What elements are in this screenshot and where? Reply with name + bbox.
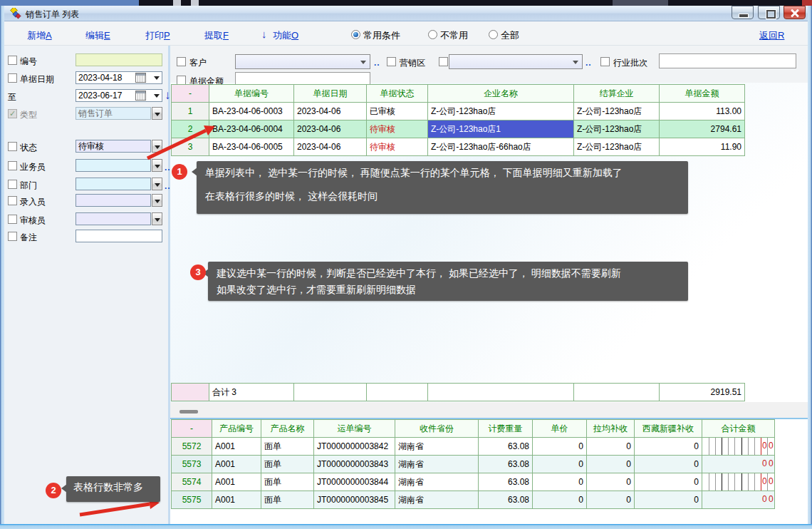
cell-product-name[interactable]: 面单 — [261, 438, 314, 456]
column-header[interactable]: 单价 — [533, 420, 587, 438]
cell-date[interactable]: 2023-04-06 — [294, 120, 367, 138]
checkbox-marketing-area-2[interactable] — [439, 57, 448, 66]
cell-code[interactable]: BA-23-04-06-0003 — [209, 103, 294, 120]
cell-settle[interactable]: Z-公司-123hao店 — [574, 103, 660, 120]
cell-product-name[interactable]: 面单 — [261, 473, 314, 491]
column-header[interactable]: 西藏新疆补收 — [635, 420, 702, 438]
cell-company[interactable]: Z-公司-123hao店-66hao店 — [428, 138, 574, 156]
column-header[interactable]: 拉均补收 — [587, 420, 635, 438]
department-dropdown[interactable] — [152, 178, 162, 190]
column-header[interactable]: 单据编号 — [209, 85, 294, 103]
cell-waybill[interactable]: JT0000000003845 — [314, 491, 395, 509]
cell-total-ledger[interactable]: 00 — [702, 491, 775, 509]
cell-status[interactable]: 待审核 — [367, 120, 428, 138]
column-header[interactable]: 产品名称 — [261, 420, 314, 438]
cell-company-selected[interactable]: Z-公司-123hao店1 — [428, 120, 574, 138]
date-jump-arrow-icon[interactable]: ↓ — [165, 88, 171, 103]
row-number[interactable]: 5574 — [172, 473, 212, 491]
cell-product-name[interactable]: 面单 — [261, 456, 314, 473]
cell-surcharge2[interactable]: 0 — [635, 456, 702, 473]
cell-province[interactable]: 湖南省 — [395, 473, 479, 491]
row-number[interactable]: 3 — [172, 138, 209, 156]
cell-amount[interactable]: 113.00 — [660, 103, 745, 120]
cell-status[interactable]: 待审核 — [367, 138, 428, 156]
cell-surcharge2[interactable]: 0 — [635, 438, 702, 456]
checkbox-remark[interactable] — [8, 232, 17, 241]
checkbox-date[interactable] — [8, 73, 17, 83]
checkbox-code[interactable] — [8, 56, 17, 65]
cell-surcharge1[interactable]: 0 — [587, 473, 635, 491]
cell-waybill[interactable]: JT0000000003842 — [314, 438, 395, 456]
column-header[interactable]: 产品编号 — [212, 420, 261, 438]
cell-province[interactable]: 湖南省 — [395, 491, 479, 509]
minimize-button[interactable] — [732, 6, 754, 19]
cell-product-code[interactable]: A001 — [212, 456, 261, 473]
marketing-area-combo[interactable] — [449, 54, 583, 69]
cell-product-name[interactable]: 面单 — [261, 491, 314, 509]
cell-settle[interactable]: Z-公司-123hao店 — [574, 120, 660, 138]
edit-button[interactable]: 编辑E — [85, 29, 110, 42]
cell-product-code[interactable]: A001 — [212, 438, 261, 456]
checkbox-auditor[interactable] — [8, 215, 17, 224]
cell-code[interactable]: BA-23-04-06-0004 — [209, 120, 294, 138]
department-picker-dots[interactable]: .. — [165, 181, 171, 191]
column-header[interactable]: 收件省份 — [395, 420, 479, 438]
radio-uncommon[interactable] — [428, 30, 437, 39]
cell-price[interactable]: 0 — [533, 491, 587, 509]
print-button[interactable]: 打印P — [145, 29, 170, 42]
radio-all[interactable] — [489, 30, 498, 39]
date-from-dropdown[interactable] — [151, 71, 162, 84]
remark-input[interactable] — [76, 230, 162, 242]
checkbox-salesman[interactable] — [8, 161, 17, 170]
cell-total-ledger[interactable]: 00 — [702, 456, 775, 473]
return-button[interactable]: 返回R — [759, 29, 784, 42]
salesman-dropdown[interactable] — [152, 159, 162, 172]
cell-product-code[interactable]: A001 — [212, 491, 261, 509]
cell-price[interactable]: 0 — [533, 438, 587, 456]
calendar-icon[interactable] — [135, 91, 146, 101]
cell-status[interactable]: 已审核 — [367, 103, 428, 120]
date-to-dropdown[interactable] — [151, 89, 162, 102]
cell-waybill[interactable]: JT0000000003843 — [314, 456, 395, 473]
column-header[interactable]: 单据日期 — [294, 85, 367, 103]
cell-price[interactable]: 0 — [533, 473, 587, 491]
row-number[interactable]: 5575 — [172, 491, 212, 509]
customer-picker-dots[interactable]: .. — [374, 58, 380, 68]
date-from-field[interactable]: 2023-04-18 — [76, 71, 162, 84]
calendar-icon[interactable] — [135, 73, 146, 83]
auditor-combo[interactable] — [76, 212, 151, 225]
cell-total-ledger[interactable]: 00 — [702, 438, 775, 456]
entry-clerk-combo[interactable] — [76, 194, 151, 207]
cell-company[interactable]: Z-公司-123hao店 — [428, 103, 574, 120]
close-button[interactable] — [784, 6, 806, 19]
checkbox-entry-clerk[interactable] — [8, 196, 17, 205]
cell-weight[interactable]: 63.08 — [479, 473, 533, 491]
row-number[interactable]: 5572 — [172, 438, 212, 456]
maximize-button[interactable] — [758, 6, 780, 19]
salesman-combo[interactable] — [76, 159, 151, 172]
checkbox-industry-batch[interactable] — [600, 57, 610, 66]
column-header[interactable]: 企业名称 — [428, 85, 574, 103]
column-header[interactable]: 运单编号 — [314, 420, 395, 438]
column-header[interactable]: 结算企业 — [574, 85, 660, 103]
cell-surcharge1[interactable]: 0 — [587, 438, 635, 456]
code-input[interactable] — [76, 53, 162, 66]
cell-total-ledger[interactable]: 00 — [702, 473, 775, 491]
row-number[interactable]: 5573 — [172, 456, 212, 473]
cell-product-code[interactable]: A001 — [212, 473, 261, 491]
column-header[interactable]: 单据状态 — [367, 85, 428, 103]
type-dropdown[interactable] — [152, 107, 162, 120]
checkbox-status[interactable] — [8, 142, 17, 151]
cell-weight[interactable]: 63.08 — [479, 491, 533, 509]
date-to-field[interactable]: 2023-06-17 — [76, 89, 162, 102]
marketing-area-picker-dots[interactable]: .. — [585, 58, 592, 68]
cell-amount[interactable]: 11.90 — [660, 138, 745, 156]
extract-button[interactable]: 提取F — [204, 29, 229, 42]
splitter-handle[interactable] — [179, 410, 198, 414]
cell-code[interactable]: BA-23-04-06-0005 — [209, 138, 294, 156]
cell-date[interactable]: 2023-04-06 — [294, 138, 367, 156]
column-header[interactable]: 单据金额 — [660, 85, 745, 103]
function-button[interactable]: 功能O — [273, 29, 298, 42]
cell-weight[interactable]: 63.08 — [479, 456, 533, 473]
customer-combo[interactable] — [235, 54, 370, 69]
